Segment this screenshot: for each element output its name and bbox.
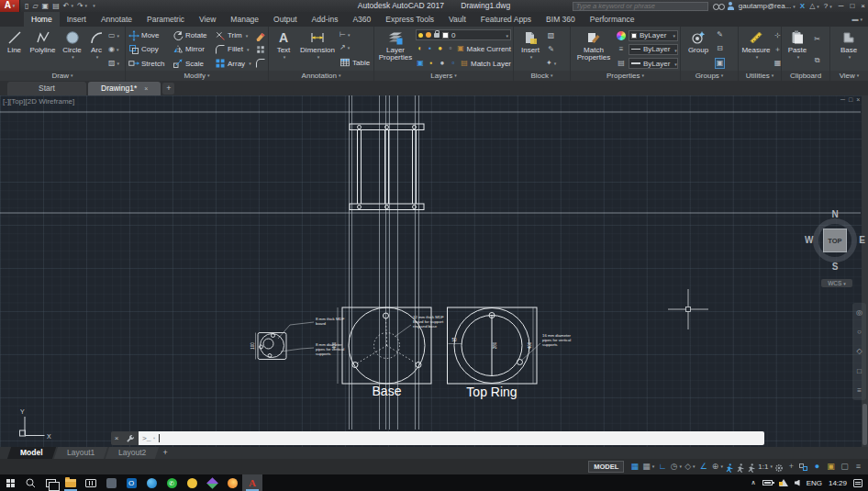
current-scale-button[interactable]: 1:1: [758, 460, 773, 474]
ribbon-tab-express-tools[interactable]: Express Tools: [378, 12, 441, 27]
annotation-visibility-icon[interactable]: [725, 463, 734, 473]
panel-annotation-footer[interactable]: Annotation: [269, 71, 373, 81]
ribbon-tab-manage[interactable]: Manage: [223, 12, 266, 27]
lineweight-select[interactable]: ByLayer: [629, 58, 678, 69]
layer-tool-icon[interactable]: ●: [438, 59, 447, 68]
viewport-controls[interactable]: [-][Top][2D Wireframe]: [3, 97, 74, 106]
ribbon-tab-view[interactable]: View: [192, 12, 223, 27]
ungroup-icon[interactable]: ✎: [715, 30, 725, 39]
base-view-button[interactable]: Base: [832, 28, 865, 70]
object-color-select[interactable]: ByLayer: [629, 30, 678, 41]
command-prompt-icon[interactable]: >_: [142, 434, 156, 442]
scrollbar-thumb[interactable]: [862, 404, 867, 445]
panel-modify-footer[interactable]: Modify: [126, 71, 268, 81]
a360-icon[interactable]: △: [809, 2, 819, 10]
tab-model[interactable]: Model: [7, 447, 56, 459]
layer-match-icon[interactable]: ▤: [460, 59, 469, 68]
new-layout-button[interactable]: +: [159, 447, 172, 459]
grid-display-icon[interactable]: ▦: [629, 460, 640, 474]
new-file-icon[interactable]: ▯: [25, 0, 28, 12]
command-customize-icon[interactable]: [126, 434, 135, 443]
panel-properties-footer[interactable]: Properties: [571, 71, 680, 81]
plot-icon[interactable]: ▤: [52, 0, 60, 12]
group-selection-icon[interactable]: ▣: [715, 58, 725, 69]
full-navigation-wheel-icon[interactable]: ◎: [856, 308, 862, 317]
ribbon-tab-a360[interactable]: A360: [345, 12, 378, 27]
measure-button[interactable]: Measure: [740, 28, 772, 70]
hardware-acceleration-icon[interactable]: ●: [811, 460, 823, 474]
workspace-switching-icon[interactable]: [774, 463, 784, 473]
rotate-button[interactable]: Rotate: [172, 29, 213, 42]
group-edit-icon[interactable]: ⊟: [715, 44, 725, 53]
panel-view-footer[interactable]: View: [830, 71, 868, 81]
ribbon-tab-bim360[interactable]: BIM 360: [539, 12, 583, 27]
search-icon[interactable]: [713, 4, 723, 9]
ribbon-tab-parametric[interactable]: Parametric: [139, 12, 192, 27]
insert-button[interactable]: Insert: [516, 28, 545, 70]
multileader-icon[interactable]: ↗: [339, 43, 350, 52]
ribbon-minimize-icon[interactable]: ▬: [851, 12, 868, 27]
firefox-button[interactable]: [222, 474, 242, 491]
isodraft-icon[interactable]: ◇: [684, 460, 696, 474]
open-file-icon[interactable]: ▱: [32, 0, 38, 12]
command-input[interactable]: >_: [139, 431, 764, 445]
viewcube-south[interactable]: S: [804, 262, 866, 272]
ribbon-tab-addins[interactable]: Add-ins: [305, 12, 346, 27]
file-tab-start[interactable]: Start: [7, 82, 86, 95]
group-button[interactable]: Group: [683, 28, 714, 70]
copy-clip-icon[interactable]: ⧉: [812, 56, 822, 65]
zoom-icon[interactable]: ◇: [856, 347, 862, 355]
file-tab-close-icon[interactable]: ×: [144, 82, 148, 95]
cut-icon[interactable]: ✂: [812, 35, 822, 44]
polyline-button[interactable]: Polyline: [27, 28, 59, 70]
account-name[interactable]: gautamp@rea...: [739, 2, 796, 10]
doc-minimize-icon[interactable]: ─: [840, 96, 845, 103]
offset-icon[interactable]: [255, 58, 266, 69]
annotation-scale-icon[interactable]: [747, 463, 756, 473]
layer-tool-icon[interactable]: ▫: [446, 44, 454, 53]
move-button[interactable]: Move: [128, 29, 171, 42]
paste-button[interactable]: Paste: [784, 28, 811, 70]
object-snap-tracking-icon[interactable]: ∠: [697, 460, 709, 474]
model-space-button[interactable]: MODEL: [588, 461, 624, 473]
ribbon-tab-annotate[interactable]: Annotate: [94, 12, 139, 27]
ribbon-tab-performance[interactable]: Performance: [583, 12, 642, 27]
make-current-button[interactable]: Make Current: [467, 45, 511, 53]
action-center-icon[interactable]: [853, 479, 862, 487]
text-button[interactable]: Text: [271, 28, 296, 70]
ellipse-icon[interactable]: ◉: [108, 45, 118, 54]
search-input[interactable]: [573, 3, 707, 10]
layer-make-current-icon[interactable]: ▣: [456, 44, 464, 53]
qat-customize-icon[interactable]: [91, 0, 95, 12]
layer-tool-icon[interactable]: ▪: [427, 59, 436, 68]
ribbon-tab-insert[interactable]: Insert: [60, 12, 94, 27]
linetype-select[interactable]: ByLayer: [629, 44, 678, 55]
ribbon-tab-featured-apps[interactable]: Featured Apps: [473, 12, 539, 27]
language-indicator[interactable]: ENG: [807, 479, 822, 487]
ribbon-tab-output[interactable]: Output: [266, 12, 305, 27]
close-button[interactable]: ×: [861, 2, 865, 10]
panel-utilities-footer[interactable]: Utilities: [739, 71, 781, 81]
layer-tool-icon[interactable]: ◐: [416, 44, 424, 53]
new-drawing-tab-button[interactable]: +: [162, 83, 174, 95]
autocad-taskbar-button[interactable]: A: [242, 474, 262, 491]
maximize-button[interactable]: □: [850, 2, 854, 10]
layer-tool-icon[interactable]: ▪: [426, 44, 434, 53]
match-properties-button[interactable]: Match Properties: [573, 28, 615, 70]
tab-layout2[interactable]: Layout2: [106, 447, 159, 459]
clock[interactable]: 14:29: [829, 479, 847, 487]
mirror-button[interactable]: Mirror: [172, 43, 213, 56]
erase-icon[interactable]: [255, 30, 266, 41]
orbit-icon[interactable]: □: [857, 367, 862, 375]
color-wheel-icon[interactable]: [617, 31, 626, 40]
viewcube-top-face[interactable]: TOP: [823, 229, 847, 252]
ribbon-tab-home[interactable]: Home: [24, 12, 60, 27]
viewcube-west[interactable]: W: [805, 235, 813, 245]
annotation-monitor-icon[interactable]: +: [785, 460, 797, 474]
layer-tool-icon[interactable]: ▫: [449, 59, 458, 68]
scale-button[interactable]: Scale: [172, 57, 213, 70]
object-snap-icon[interactable]: ⊕: [711, 460, 723, 474]
block-attributes-icon[interactable]: ✦: [546, 59, 556, 68]
autoscale-icon[interactable]: [736, 463, 745, 473]
panel-layers-footer[interactable]: Layers: [374, 71, 513, 81]
